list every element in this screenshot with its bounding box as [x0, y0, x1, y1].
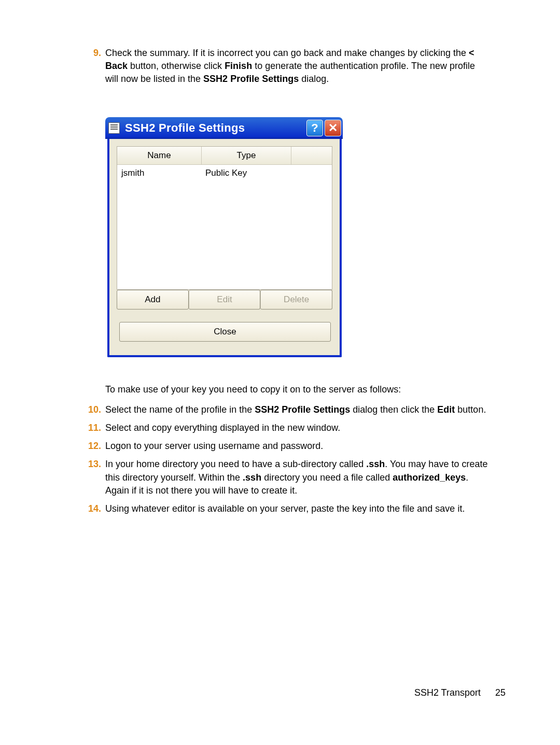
step-text: Check the summary. If it is incorrect yo… [105, 47, 490, 86]
step-number: 13. [80, 458, 105, 497]
ssh2-profile-settings-dialog: SSH2 Profile Settings ? ✕ Name Type j [107, 117, 341, 357]
window-icon [108, 122, 120, 134]
titlebar: SSH2 Profile Settings ? ✕ [105, 117, 343, 139]
step-9: 9. Check the summary. If it is incorrect… [80, 47, 490, 86]
step-number: 11. [80, 421, 105, 434]
step-number: 14. [80, 502, 105, 515]
profiles-table: Name Type jsmith Public Key [117, 146, 332, 290]
step-number: 10. [80, 403, 105, 416]
column-header-type[interactable]: Type [202, 147, 291, 164]
cell-name: jsmith [117, 168, 201, 178]
step-10: 10. Select the name of the profile in th… [80, 403, 490, 416]
step-13: 13. In your home directory you need to h… [80, 458, 490, 497]
column-header-name[interactable]: Name [117, 147, 202, 164]
step-text: Select and copy everything displayed in … [105, 421, 490, 434]
table-row[interactable]: jsmith Public Key [117, 165, 332, 181]
step-text: Using whatever editor is available on yo… [105, 502, 490, 515]
step-text: Select the name of the profile in the SS… [105, 403, 490, 416]
help-button[interactable]: ? [306, 120, 323, 136]
step-14: 14. Using whatever editor is available o… [80, 502, 490, 515]
page-footer: SSH2 Transport 25 [414, 687, 506, 698]
delete-button[interactable]: Delete [260, 290, 332, 310]
footer-page-number: 25 [495, 687, 506, 698]
add-button[interactable]: Add [117, 290, 189, 310]
help-icon: ? [311, 122, 318, 134]
close-button[interactable]: Close [119, 322, 331, 342]
close-icon: ✕ [328, 122, 338, 134]
column-header-spacer [291, 147, 332, 164]
step-11: 11. Select and copy everything displayed… [80, 421, 490, 434]
footer-section: SSH2 Transport [414, 687, 481, 698]
step-text: Logon to your server using username and … [105, 440, 490, 453]
cell-type: Public Key [201, 168, 290, 178]
step-text: In your home directory you need to have … [105, 458, 490, 497]
close-window-button[interactable]: ✕ [325, 120, 341, 136]
step-number: 9. [80, 47, 105, 86]
window-title: SSH2 Profile Settings [125, 121, 305, 135]
intermediate-text: To make use of your key you need to copy… [105, 383, 490, 396]
step-12: 12. Logon to your server using username … [80, 440, 490, 453]
edit-button[interactable]: Edit [189, 290, 261, 310]
step-number: 12. [80, 440, 105, 453]
